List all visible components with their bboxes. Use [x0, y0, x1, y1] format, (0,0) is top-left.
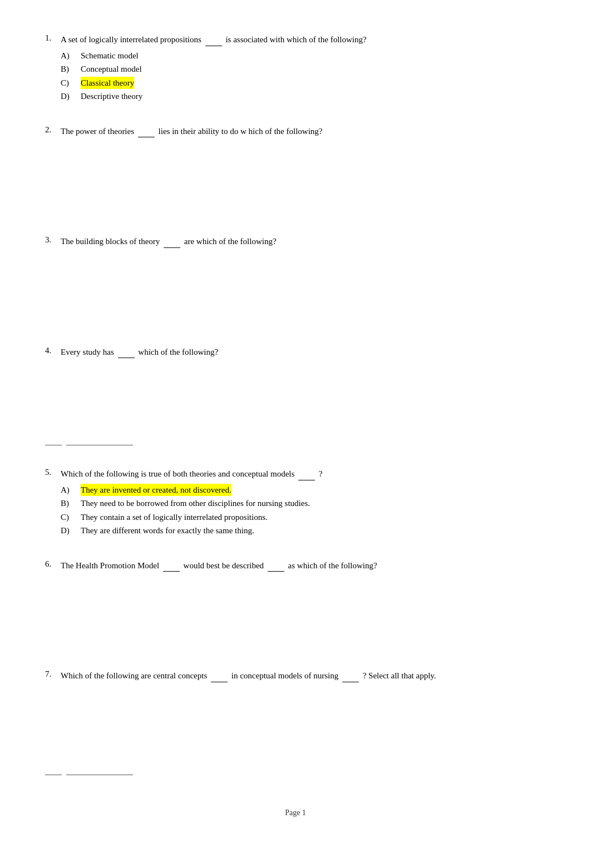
q7-stem-after: in conceptual models of nursing: [232, 671, 338, 680]
q1-option-a: A) Schematic model: [61, 49, 546, 62]
q1-option-d-letter: D): [61, 90, 81, 103]
bottom-line-1: [45, 775, 62, 775]
q2-answer-space: [45, 141, 546, 213]
q1-option-c-letter: C): [61, 77, 81, 90]
q7-bottom-lines: [45, 775, 546, 775]
q5-option-a-text: They are invented or created, not discov…: [81, 484, 232, 497]
divider-short: [45, 445, 62, 445]
q7-answer-space: [45, 686, 546, 758]
q4-divider: [45, 445, 546, 445]
q6-stem-after: would best be described: [184, 561, 264, 570]
q5-options: A) They are invented or created, not dis…: [61, 484, 546, 537]
question-6: 6. The Health Promotion Model would best…: [45, 559, 546, 648]
q1-option-c: C) Classical theory: [61, 77, 546, 90]
q7-body: Which of the following are central conce…: [61, 669, 436, 682]
q7-stem-after2: ? Select all that apply.: [363, 671, 436, 680]
q5-body: Which of the following is true of both t…: [61, 468, 322, 480]
question-5: 5. Which of the following is true of bot…: [45, 468, 546, 537]
page-container: 1. A set of logically interrelated propo…: [45, 33, 546, 817]
q5-option-b: B) They need to be borrowed from other d…: [61, 497, 546, 510]
q6-body: The Health Promotion Model would best be…: [61, 559, 377, 572]
question-2: 2. The power of theories lies in their a…: [45, 125, 546, 214]
q1-option-a-text: Schematic model: [81, 49, 139, 62]
q1-options: A) Schematic model B) Conceptual model C…: [61, 49, 546, 103]
q6-number: 6.: [45, 559, 61, 572]
q4-body: Every study has which of the following?: [61, 346, 218, 359]
q1-option-d: D) Descriptive theory: [61, 90, 546, 103]
q2-stem-before: The power of theories: [61, 127, 134, 136]
q1-option-d-text: Descriptive theory: [81, 90, 142, 103]
q5-option-d-text: They are different words for exactly the…: [81, 524, 254, 537]
question-3: 3. The building blocks of theory are whi…: [45, 235, 546, 324]
q7-number: 7.: [45, 669, 61, 682]
q1-body: A set of logically interrelated proposit…: [61, 33, 367, 46]
divider-long: [66, 445, 133, 445]
q5-option-d: D) They are different words for exactly …: [61, 524, 546, 537]
q3-stem-after: are which of the following?: [184, 237, 277, 246]
q3-body: The building blocks of theory are which …: [61, 235, 277, 248]
q1-option-b-text: Conceptual model: [81, 63, 142, 76]
q2-gap: [138, 137, 155, 137]
page-number: Page 1: [285, 809, 306, 817]
q5-option-c-text: They contain a set of logically interrel…: [81, 511, 268, 524]
q4-stem-after: which of the following?: [138, 348, 218, 356]
q3-number: 3.: [45, 235, 61, 248]
q2-stem-after: lies in their ability to do w hich of th…: [159, 127, 323, 136]
q5-option-c: C) They contain a set of logically inter…: [61, 511, 546, 524]
q1-option-a-letter: A): [61, 49, 81, 62]
q7-gap1: [211, 682, 228, 682]
question-1: 1. A set of logically interrelated propo…: [45, 33, 546, 103]
q2-body: The power of theories lies in their abil…: [61, 125, 323, 138]
q1-option-b: B) Conceptual model: [61, 63, 546, 76]
q5-number: 5.: [45, 468, 61, 480]
q4-answer-space: [45, 361, 546, 434]
bottom-line-2: [66, 775, 133, 775]
q5-stem-before: Which of the following is true of both t…: [61, 469, 294, 478]
q5-option-b-text: They need to be borrowed from other disc…: [81, 497, 310, 510]
q3-answer-space: [45, 251, 546, 324]
q6-answer-space: [45, 575, 546, 647]
q5-gap: [298, 480, 315, 480]
q5-option-b-letter: B): [61, 497, 81, 510]
q4-stem-before: Every study has: [61, 348, 114, 356]
q5-option-a-letter: A): [61, 484, 81, 497]
q3-stem-before: The building blocks of theory: [61, 237, 160, 246]
q3-gap: [164, 247, 180, 248]
q1-gap: [205, 46, 222, 46]
q5-option-c-letter: C): [61, 511, 81, 524]
q6-gap1: [163, 571, 180, 572]
q1-stem-after: is associated with which of the followin…: [225, 35, 366, 44]
question-7: 7. Which of the following are central co…: [45, 669, 546, 775]
q6-stem-before: The Health Promotion Model: [61, 561, 159, 570]
q5-option-d-letter: D): [61, 524, 81, 537]
q1-number: 1.: [45, 33, 61, 46]
q7-stem-before: Which of the following are central conce…: [61, 671, 207, 680]
page-footer: Page 1: [45, 809, 546, 817]
q7-gap2: [342, 682, 359, 682]
question-4: 4. Every study has which of the followin…: [45, 346, 546, 446]
q4-gap: [118, 358, 135, 358]
q4-number: 4.: [45, 346, 61, 359]
q1-option-b-letter: B): [61, 63, 81, 76]
q6-gap2: [268, 571, 284, 572]
q1-option-c-text: Classical theory: [81, 77, 134, 90]
q5-stem-after: ?: [319, 469, 323, 478]
q1-stem-before: A set of logically interrelated proposit…: [61, 35, 201, 44]
q2-number: 2.: [45, 125, 61, 138]
q5-option-a: A) They are invented or created, not dis…: [61, 484, 546, 497]
q6-stem-after2: as which of the following?: [288, 561, 377, 570]
